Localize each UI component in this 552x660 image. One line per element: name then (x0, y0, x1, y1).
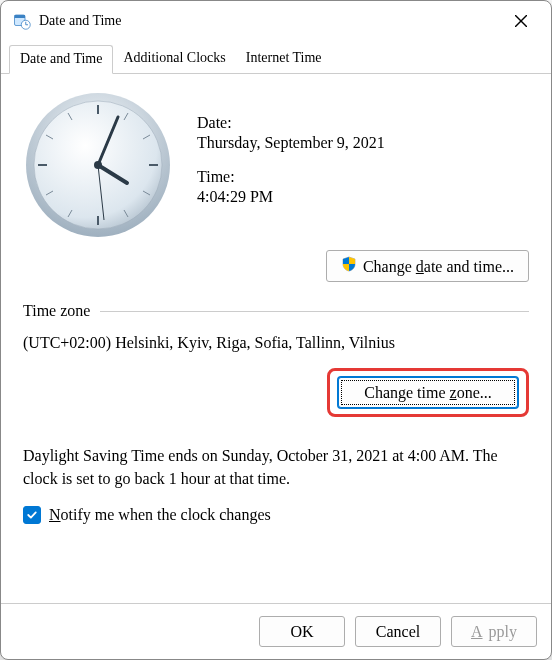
window-title: Date and Time (39, 13, 499, 29)
tab-strip: Date and Time Additional Clocks Internet… (1, 41, 551, 74)
apply-button[interactable]: Apply (451, 616, 537, 647)
analog-clock (23, 90, 173, 240)
notify-checkbox[interactable] (23, 506, 41, 524)
shield-icon (341, 256, 357, 276)
tab-additional-clocks[interactable]: Additional Clocks (113, 45, 235, 73)
svg-rect-1 (15, 15, 26, 18)
date-and-time-dialog: Date and Time Date and Time Additional C… (0, 0, 552, 660)
ok-button[interactable]: OK (259, 616, 345, 647)
change-timezone-label: Change time zone... (364, 383, 492, 402)
tab-panel-date-and-time: Date: Thursday, September 9, 2021 Time: … (1, 74, 551, 603)
timezone-group-label: Time zone (23, 302, 90, 320)
dst-message: Daylight Saving Time ends on Sunday, Oct… (23, 445, 529, 490)
notify-label[interactable]: Notify me when the clock changes (49, 506, 271, 524)
close-icon (515, 15, 527, 27)
datetime-readout: Date: Thursday, September 9, 2021 Time: … (197, 90, 529, 222)
time-label: Time: (197, 168, 529, 186)
datetime-app-icon (13, 12, 31, 30)
annotation-highlight: Change time zone... (327, 368, 529, 417)
titlebar: Date and Time (1, 1, 551, 41)
close-button[interactable] (499, 6, 543, 36)
svg-point-24 (94, 161, 102, 169)
change-timezone-button[interactable]: Change time zone... (338, 377, 518, 408)
timezone-value: (UTC+02:00) Helsinki, Kyiv, Riga, Sofia,… (23, 334, 529, 352)
check-icon (26, 509, 38, 521)
date-label: Date: (197, 114, 529, 132)
tab-date-and-time[interactable]: Date and Time (9, 45, 113, 74)
change-date-time-button[interactable]: Change date and time... (326, 250, 529, 282)
change-date-time-label: Change date and time... (363, 257, 514, 276)
cancel-button[interactable]: Cancel (355, 616, 441, 647)
time-value: 4:04:29 PM (197, 188, 529, 206)
date-value: Thursday, September 9, 2021 (197, 134, 529, 152)
divider (100, 311, 529, 312)
dialog-footer: OK Cancel Apply (1, 603, 551, 659)
tab-internet-time[interactable]: Internet Time (236, 45, 332, 73)
